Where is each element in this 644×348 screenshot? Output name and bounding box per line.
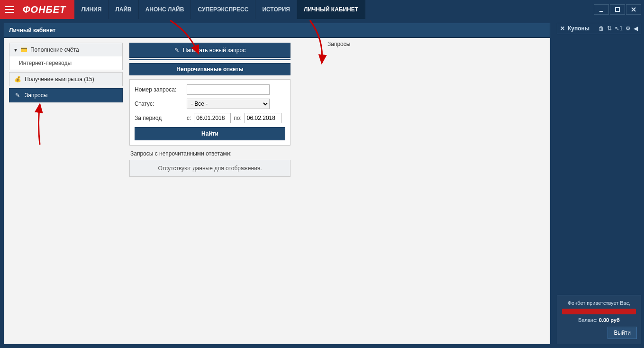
right-sidebar: ✕ Купоны 🗑 ⇅ ↖1 ⚙ ◀ Фонбет приветствует …: [554, 19, 644, 348]
input-date-from[interactable]: [194, 113, 231, 123]
topbar: ФОНБЕТ ЛИНИЯ ЛАЙВ АНОНС ЛАЙВ СУПЕРЭКСПРЕ…: [0, 0, 644, 19]
requests-heading: Запросы: [327, 41, 350, 47]
find-button[interactable]: Найти: [135, 127, 285, 140]
nav-superexpress[interactable]: СУПЕРЭКСПРЕСС: [191, 0, 255, 19]
lbl-status: Статус:: [135, 101, 187, 107]
window-maximize[interactable]: [610, 4, 625, 15]
divider: [129, 59, 290, 60]
balance-line: Баланс: 0.00 руб: [561, 317, 637, 323]
lbl-request-number: Номер запроса:: [135, 86, 187, 93]
filter-box: Номер запроса: Статус: - Все -: [129, 79, 290, 146]
center-panel: ✎ Написать новый запрос Непрочитанные от…: [129, 43, 290, 339]
window-controls: [594, 0, 644, 19]
nav-account[interactable]: ЛИЧНЫЙ КАБИНЕТ: [297, 0, 365, 19]
app-body: Личный кабинет ▼ 💳 Пополнение счёта Инте…: [0, 19, 644, 348]
pen-icon: ✎: [14, 92, 21, 99]
input-request-number[interactable]: [187, 84, 270, 95]
lbl-from: с:: [187, 115, 191, 121]
sm-requests-label: Запросы: [25, 92, 47, 99]
select-status[interactable]: - Все -: [187, 99, 270, 109]
trash-icon[interactable]: 🗑: [599, 25, 604, 32]
panel-body: ▼ 💳 Пополнение счёта Интернет-переводы 💰…: [4, 38, 550, 344]
logout-button[interactable]: Выйти: [608, 327, 637, 339]
window-close[interactable]: [626, 4, 641, 15]
new-request-button[interactable]: ✎ Написать новый запрос: [129, 43, 290, 58]
input-date-to[interactable]: [245, 113, 281, 123]
brand-logo: ФОНБЕТ: [19, 0, 74, 19]
main-nav: ЛИНИЯ ЛАЙВ АНОНС ЛАЙВ СУПЕРЭКСПРЕСС ИСТО…: [74, 0, 365, 19]
count-badge: ↖1: [615, 25, 623, 32]
nav-anons-live[interactable]: АНОНС ЛАЙВ: [139, 0, 191, 19]
nav-live[interactable]: ЛАЙВ: [109, 0, 138, 19]
coupons-label: Купоны: [568, 25, 590, 32]
main-column: Личный кабинет ▼ 💳 Пополнение счёта Инте…: [0, 19, 554, 348]
window-minimize[interactable]: [594, 4, 609, 15]
lbl-to: по:: [234, 115, 242, 121]
close-icon[interactable]: ✕: [560, 25, 565, 32]
svg-rect-1: [616, 8, 619, 11]
side-menu: ▼ 💳 Пополнение счёта Интернет-переводы 💰…: [9, 43, 123, 339]
payout-icon: 💰: [14, 76, 21, 82]
sm-deposit-internet[interactable]: Интернет-переводы: [9, 56, 122, 70]
unread-note: Запросы с непрочитанными ответами:: [129, 146, 290, 160]
unread-title-bar: Непрочитанные ответы: [129, 63, 290, 75]
sm-deposit-toggle[interactable]: ▼ 💳 Пополнение счёта: [9, 43, 122, 56]
welcome-box: Фонбет приветствует Вас, Баланс: 0.00 ру…: [557, 295, 641, 344]
balance-value: 0.00 руб: [599, 317, 620, 323]
username-redacted: [562, 309, 636, 314]
gear-icon[interactable]: ⚙: [626, 25, 631, 32]
nav-line[interactable]: ЛИНИЯ: [74, 0, 109, 19]
coupons-bar: ✕ Купоны 🗑 ⇅ ↖1 ⚙ ◀: [557, 23, 641, 34]
sort-icon[interactable]: ⇅: [607, 25, 612, 32]
chevron-down-icon: ▼: [13, 47, 18, 53]
sm-requests[interactable]: ✎ Запросы: [9, 88, 123, 102]
sm-payout-label: Получение выигрыша (15): [25, 76, 94, 82]
new-request-label: Написать новый запрос: [183, 47, 245, 54]
sm-payout[interactable]: 💰 Получение выигрыша (15): [9, 72, 123, 86]
balance-label: Баланс:: [578, 317, 598, 323]
pen-icon: ✎: [174, 47, 179, 54]
menu-hamburger[interactable]: [0, 0, 19, 19]
sm-deposit-label: Пополнение счёта: [30, 46, 79, 53]
panel-title: Личный кабинет: [4, 23, 550, 38]
lbl-period: За период: [135, 115, 187, 121]
nav-history[interactable]: ИСТОРИЯ: [255, 0, 297, 19]
wallet-icon: 💳: [21, 46, 27, 53]
empty-message: Отсутствуют данные для отображения.: [129, 160, 290, 177]
sm-group-deposit: ▼ 💳 Пополнение счёта Интернет-переводы: [9, 43, 123, 70]
welcome-text: Фонбет приветствует Вас,: [561, 300, 637, 306]
collapse-icon[interactable]: ◀: [634, 25, 638, 32]
